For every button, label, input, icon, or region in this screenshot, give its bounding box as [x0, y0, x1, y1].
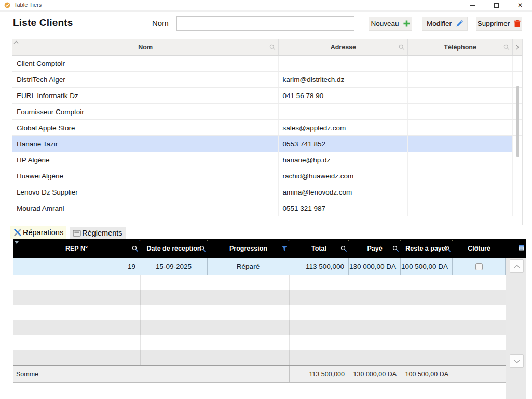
app-icon — [4, 2, 10, 8]
empty-row — [13, 350, 526, 365]
cell-telephone — [408, 184, 513, 200]
column-resize-handle[interactable]: : — [348, 240, 349, 242]
search-label: Nom — [152, 19, 169, 27]
client-row[interactable]: DistriTech Algerkarim@distritech.dz — [12, 72, 522, 88]
cell-spacer — [513, 200, 522, 216]
cell-date-reception: 15-09-2025 — [140, 258, 208, 275]
chevron-up-icon — [514, 265, 520, 268]
cell-telephone — [408, 136, 513, 152]
client-row[interactable]: Huawei Algérierachid@huaweidz.com — [12, 168, 522, 184]
search-column-icon[interactable] — [444, 245, 451, 252]
tab-reglements-label: Règlements — [82, 229, 122, 237]
repairs-vertical-scrollbar[interactable] — [506, 258, 526, 399]
client-row[interactable]: Global Apple Storesales@appledz.com — [12, 120, 522, 136]
repair-row[interactable]: 19 15-09-2025 Réparé 113 500,000 130 000… — [13, 258, 526, 275]
column-header-paye-label: Payé — [367, 245, 382, 252]
app-window: Table Tiers ✕ Liste Clients Nom Nouveau … — [0, 0, 532, 399]
client-row[interactable]: EURL Informatik Dz041 56 78 90 — [12, 88, 522, 104]
column-header-total[interactable]: : Total — [289, 239, 349, 258]
column-resize-handle[interactable]: : — [400, 240, 401, 242]
cell-cloture — [453, 258, 506, 275]
cell-telephone — [408, 168, 513, 184]
minimize-button[interactable] — [460, 0, 484, 10]
detail-tabs: Réparations Règlements — [10, 226, 126, 239]
column-chooser[interactable] — [506, 239, 526, 258]
cell-telephone — [408, 152, 513, 168]
search-column-icon[interactable] — [392, 245, 399, 252]
cell-adresse: rachid@huaweidz.com — [279, 168, 408, 184]
pencil-icon — [456, 20, 463, 27]
maximize-button[interactable] — [484, 0, 508, 10]
column-header-progression[interactable]: : Progression — [208, 239, 289, 258]
cell-spacer — [513, 56, 522, 71]
search-column-icon[interactable] — [199, 245, 206, 252]
column-header-reste[interactable]: : Reste à payer — [401, 239, 453, 258]
vertical-scrollbar-thumb[interactable] — [516, 86, 519, 157]
repairs-empty-rows — [13, 275, 526, 365]
column-header-adresse-label: Adresse — [331, 44, 356, 51]
column-resize-handle[interactable]: : — [406, 39, 408, 43]
client-row[interactable]: Mourad Amrani0551 321 987 — [12, 200, 522, 216]
edit-button[interactable]: Modifier — [422, 17, 468, 31]
cell-nom: Hanane Tazir — [12, 136, 279, 152]
scroll-up-button[interactable] — [510, 259, 524, 273]
column-header-reste-label: Reste à payer — [405, 245, 447, 252]
cell-adresse — [279, 56, 408, 71]
column-header-paye[interactable]: : Payé — [349, 239, 401, 258]
column-overflow-chevron[interactable] — [513, 39, 522, 55]
cell-adresse: hanane@hp.dz — [279, 152, 408, 168]
tab-reglements[interactable]: Règlements — [70, 227, 125, 239]
column-header-rep-no[interactable]: REP N° — [13, 239, 140, 258]
cloture-checkbox[interactable] — [475, 263, 483, 270]
window-title: Table Tiers — [14, 2, 42, 8]
tab-reparations[interactable]: Réparations — [10, 226, 66, 239]
client-row[interactable]: Fournisseur Comptoir — [12, 104, 522, 120]
column-resize-handle[interactable]: : — [277, 39, 279, 43]
close-button[interactable]: ✕ — [508, 0, 532, 10]
cell-nom: Global Apple Store — [12, 120, 279, 135]
search-column-icon[interactable] — [503, 44, 510, 50]
column-resize-handle[interactable]: : — [207, 240, 208, 242]
clients-grid: Nom : Adresse : Téléphone Client Comptoi… — [12, 39, 523, 225]
cell-paye: 130 000,00 DA — [349, 258, 401, 275]
filter-icon[interactable] — [281, 245, 288, 252]
new-button[interactable]: Nouveau — [369, 17, 412, 31]
column-header-date-reception[interactable]: : Date de réception — [140, 239, 208, 258]
search-input[interactable] — [176, 16, 354, 31]
summary-cloture-empty — [453, 366, 506, 382]
client-row[interactable]: Hanane Tazir0553 741 852 — [12, 136, 522, 152]
column-resize-handle[interactable]: : — [139, 240, 141, 242]
cell-adresse: sales@appledz.com — [279, 120, 408, 135]
column-resize-handle[interactable]: : — [288, 240, 290, 242]
summary-total: 113 500,000 — [289, 366, 349, 382]
cell-nom: Mourad Amrani — [12, 200, 279, 216]
maximize-icon — [494, 3, 499, 8]
empty-row — [13, 275, 526, 290]
cell-total: 113 500,000 — [289, 258, 349, 275]
client-row[interactable]: Client Comptoir — [12, 56, 522, 72]
client-row[interactable]: Lenovo Dz Supplieramina@lenovodz.com — [12, 184, 522, 200]
client-row[interactable]: HP Algériehanane@hp.dz — [12, 152, 522, 168]
column-header-total-label: Total — [311, 245, 326, 252]
cash-register-icon — [73, 230, 81, 237]
new-button-label: Nouveau — [371, 20, 399, 27]
column-header-nom[interactable]: Nom — [12, 39, 279, 55]
summary-label: Somme — [13, 366, 289, 382]
search-column-icon[interactable] — [340, 245, 347, 252]
scroll-down-button[interactable] — [510, 354, 524, 368]
cell-nom: Fournisseur Comptoir — [12, 104, 279, 119]
column-header-telephone[interactable]: : Téléphone — [408, 39, 513, 55]
minimize-icon — [470, 5, 475, 6]
chevron-right-icon — [516, 45, 519, 50]
search-column-icon[interactable] — [132, 245, 139, 252]
column-header-cloture[interactable]: : Clôturé — [453, 239, 506, 258]
tab-reparations-label: Réparations — [23, 228, 63, 237]
column-header-adresse[interactable]: : Adresse — [279, 39, 408, 55]
column-resize-handle[interactable]: : — [452, 240, 453, 242]
delete-button[interactable]: Supprimer — [476, 17, 522, 31]
search-column-icon[interactable] — [399, 44, 405, 50]
page-title: Liste Clients — [13, 17, 73, 29]
search-column-icon[interactable] — [269, 44, 276, 50]
cell-nom: Client Comptoir — [12, 56, 279, 71]
cell-progression: Réparé — [208, 258, 289, 275]
